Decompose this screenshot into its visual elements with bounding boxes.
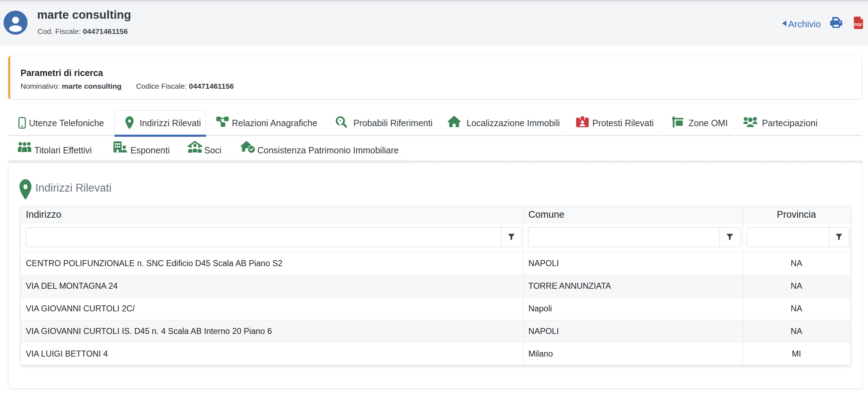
svg-text:PDF: PDF <box>854 23 863 27</box>
